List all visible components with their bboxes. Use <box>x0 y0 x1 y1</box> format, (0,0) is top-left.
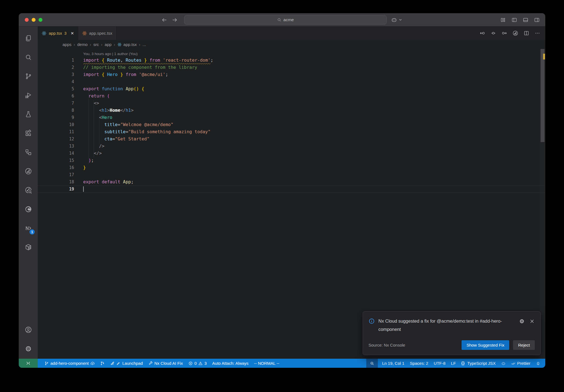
code-area[interactable]: 1import { Route, Routes } from 'react-ro… <box>38 57 545 193</box>
status-branch[interactable]: add-hero-component <box>42 359 97 368</box>
activity-item-extensions[interactable] <box>19 124 38 143</box>
activity-item-nx-console[interactable]: 1 <box>19 219 38 238</box>
hierarchy-icon <box>25 149 32 156</box>
tab-app.tsx[interactable]: app.tsx3✕ <box>38 26 78 40</box>
more-actions-icon[interactable] <box>535 30 540 36</box>
breadcrumb-item[interactable]: demo <box>77 42 88 47</box>
remote-indicator[interactable] <box>19 359 38 368</box>
titlebar: acme <box>19 13 545 26</box>
line-number: 13 <box>38 143 74 150</box>
status-bar: add-hero-componentLaunchpadNx Cloud AI F… <box>19 359 545 368</box>
files-icon <box>25 35 32 42</box>
code-line-7[interactable]: 7 <> <box>38 100 545 107</box>
copilot-menu[interactable] <box>391 13 402 26</box>
minimize-window-button[interactable] <box>32 18 36 22</box>
activity-item-nx-project-graph[interactable] <box>19 162 38 181</box>
toggle-secondary-sidebar-icon[interactable] <box>534 17 540 23</box>
navigate-back-icon[interactable] <box>161 17 167 23</box>
breadcrumb-item[interactable]: ... <box>142 42 146 47</box>
nav-forward-icon[interactable] <box>501 30 507 36</box>
status-language-mode[interactable]: {}TypeScript JSX <box>459 359 498 368</box>
activity-item-settings[interactable] <box>19 339 38 358</box>
tab-problems-badge: 3 <box>64 31 66 36</box>
status-zoom[interactable] <box>366 359 378 368</box>
code-line-19[interactable]: 19 <box>38 186 545 193</box>
close-tab-icon[interactable]: ✕ <box>70 31 74 36</box>
search-icon <box>25 54 32 61</box>
code-line-9[interactable]: 9 <Hero <box>38 114 545 121</box>
code-line-13[interactable]: 13 /> <box>38 143 545 150</box>
notification-toast: Nx Cloud suggested a fix for @acme/demo:… <box>363 311 541 355</box>
tab-app.spec.tsx[interactable]: app.spec.tsx <box>78 26 116 40</box>
status-launchpad[interactable]: Launchpad <box>107 359 145 368</box>
split-editor-icon[interactable] <box>524 30 529 36</box>
code-line-2[interactable]: 2// importing the component from the lib… <box>38 64 545 71</box>
activity-item-package-explorer[interactable] <box>19 238 38 257</box>
nav-circle-icon[interactable] <box>490 30 496 36</box>
git-graph-icon <box>100 361 105 366</box>
line-number: 12 <box>38 135 74 143</box>
activity-item-hierarchy[interactable] <box>19 143 38 162</box>
code-line-10[interactable]: 10 title="Welcmoe @acme/demo" <box>38 121 545 128</box>
status-text: add-hero-component <box>50 361 89 366</box>
graph-circle-icon[interactable] <box>513 30 518 36</box>
code-line-5[interactable]: 5export function App() { <box>38 85 545 92</box>
status-cursor-position[interactable]: Ln 19, Col 1 <box>379 359 407 368</box>
breadcrumb-separator-icon: › <box>101 42 102 47</box>
activity-item-testing[interactable] <box>19 105 38 124</box>
zoom-window-button[interactable] <box>39 18 42 22</box>
activity-item-run-debug[interactable] <box>19 86 38 105</box>
code-line-4[interactable]: 4 <box>38 78 545 85</box>
code-line-18[interactable]: 18export default App; <box>38 178 545 186</box>
warning-icon <box>198 361 203 366</box>
status-vim-mode[interactable]: -- NORMAL -- <box>251 359 282 368</box>
show-suggested-fix-button[interactable]: Show Suggested Fix <box>462 340 509 350</box>
code-line-14[interactable]: 14 </> <box>38 150 545 157</box>
breadcrumb-item[interactable]: app <box>105 42 112 47</box>
activity-item-search[interactable] <box>19 48 38 67</box>
notification-close-icon[interactable] <box>529 318 535 324</box>
line-number: 1 <box>38 57 74 64</box>
status-encoding[interactable]: UTF-8 <box>431 359 448 368</box>
command-center-search[interactable]: acme <box>184 15 387 24</box>
activity-item-accounts[interactable] <box>19 320 38 339</box>
activity-item-edge-tools[interactable] <box>19 200 38 219</box>
breadcrumb-item[interactable]: apps <box>63 42 72 47</box>
activity-item-source-control[interactable] <box>19 67 38 86</box>
code-line-6[interactable]: 6 return ( <box>38 92 545 100</box>
code-line-12[interactable]: 12 cta="Get Started" <box>38 135 545 143</box>
status-git-graph[interactable] <box>97 359 107 368</box>
code-line-11[interactable]: 11 subtitle="Build something amazing tod… <box>38 128 545 135</box>
breadcrumb-item[interactable]: src <box>93 42 99 47</box>
line-number: 18 <box>38 178 74 186</box>
text-cursor <box>83 186 84 192</box>
toggle-primary-sidebar-icon[interactable] <box>511 17 517 23</box>
toggle-panel-icon[interactable] <box>523 17 528 23</box>
code-line-3[interactable]: 3import { Hero } from '@acme/ui'; <box>38 71 545 78</box>
activity-item-explorer[interactable] <box>19 29 38 48</box>
status-indentation[interactable]: Spaces: 2 <box>407 359 431 368</box>
customize-layout-icon[interactable] <box>500 17 506 23</box>
remote-icon <box>26 361 31 366</box>
navigate-forward-icon[interactable] <box>172 17 178 23</box>
status-prettier[interactable]: Prettier <box>508 359 533 368</box>
status-auto-attach[interactable]: Auto Attach: Always <box>210 359 251 368</box>
activity-item-nx-graph-search[interactable] <box>19 181 38 200</box>
code-line-8[interactable]: 8 <h1>Home</h1> <box>38 107 545 114</box>
status-copilot[interactable] <box>498 359 508 368</box>
status-nx-cloud-ai-fix[interactable]: Nx Cloud AI Fix <box>146 359 186 368</box>
code-line-1[interactable]: 1import { Route, Routes } from 'react-ro… <box>38 57 545 64</box>
code-line-17[interactable]: 17 <box>38 171 545 178</box>
code-line-16[interactable]: 16} <box>38 164 545 171</box>
notification-settings-gear-icon[interactable] <box>519 318 525 324</box>
code-line-15[interactable]: 15 ); <box>38 157 545 164</box>
status-problems[interactable]: 03 <box>186 359 210 368</box>
status-eol[interactable]: LF <box>448 359 459 368</box>
status-notifications[interactable] <box>533 359 543 368</box>
line-number: 17 <box>38 171 74 178</box>
nav-back-icon[interactable] <box>479 30 485 36</box>
close-window-button[interactable] <box>25 18 29 22</box>
reject-button[interactable]: Reject <box>513 340 535 350</box>
connect-icon <box>116 361 121 366</box>
breadcrumb-item[interactable]: app.tsx <box>117 42 137 47</box>
